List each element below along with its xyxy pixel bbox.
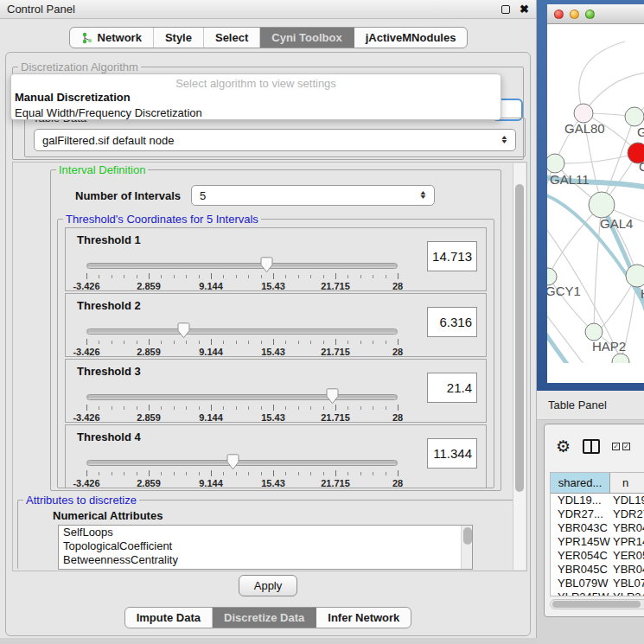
apply-button[interactable]: Apply [239, 575, 297, 596]
network-canvas[interactable]: GAL80GCGAL11GAL4GCY1HHAP2 [547, 24, 644, 363]
threshold-value-field[interactable]: 6.316 [427, 307, 477, 337]
tab-infer-network[interactable]: Infer Network [316, 608, 411, 628]
attributes-group: Attributes to discretize Numerical Attri… [17, 500, 515, 569]
slider-tick [348, 275, 348, 278]
slider-tick [285, 406, 286, 410]
slider-thumb[interactable] [177, 322, 190, 339]
threshold-slider[interactable]: -3.4262.8599.14415.4321.71528 [86, 391, 398, 422]
attribute-list-item[interactable]: BetweennessCentrality [59, 553, 472, 567]
scrollbar-thumb[interactable] [552, 601, 641, 608]
network-node-gcy1[interactable] [547, 268, 557, 285]
table-row[interactable]: YBL079WYBL079W [551, 577, 644, 590]
tab-discretize-data[interactable]: Discretize Data [213, 608, 316, 628]
network-node-gal11[interactable] [547, 154, 564, 173]
table-row[interactable]: YPR145WYPR145W [551, 535, 644, 549]
table-row[interactable]: YBR043CYBR043C [551, 521, 644, 535]
slider-tick [273, 273, 274, 279]
column-header-name[interactable]: n [610, 473, 644, 493]
network-node-gal80[interactable] [574, 104, 593, 123]
slider-track[interactable] [86, 328, 398, 335]
minimize-traffic-light-icon[interactable] [570, 10, 579, 19]
table-row[interactable]: YDR27...YDR27... [551, 507, 644, 521]
algorithm-dropdown-hint: Select algorithm to view settings [11, 74, 501, 90]
slider-thumb[interactable] [326, 388, 339, 405]
tab-jactivemnodules[interactable]: jActiveMNodules [354, 28, 468, 48]
slider-tick [398, 470, 399, 476]
close-icon[interactable]: ✖ [520, 3, 529, 15]
threshold-slider[interactable]: -3.4262.8599.14415.4321.71528 [86, 456, 398, 488]
slider-thumb[interactable] [260, 257, 273, 273]
network-edge [579, 41, 625, 113]
threshold-slider[interactable]: -3.4262.8599.14415.4321.71528 [86, 325, 398, 356]
threshold-label: Threshold 3 [77, 365, 141, 378]
network-node-h[interactable] [626, 265, 644, 287]
threshold-value-field[interactable]: 11.344 [427, 438, 477, 469]
tab-label: Impute Data [137, 611, 201, 624]
slider-tick [285, 275, 286, 278]
threshold-panel: Threshold 1-3.4262.8599.14415.4321.71528… [65, 227, 487, 291]
table-row[interactable]: YDL19...YDL19... [551, 494, 644, 507]
threshold-value-field[interactable]: 14.713 [427, 241, 477, 271]
table-data-combobox[interactable]: galFiltered.sif default node ▲▼ [34, 129, 516, 151]
slider-tick [86, 339, 87, 345]
right-side-area: GAL80GCGAL11GAL4GCY1HHAP2 Table Panel ⚙ … [537, 0, 644, 644]
slider-tick-label: 2.859 [137, 281, 161, 291]
tab-style[interactable]: Style [154, 28, 204, 48]
slider-track[interactable] [86, 460, 398, 466]
network-node-g[interactable] [625, 107, 644, 126]
tab-cyni-toolbox[interactable]: Cyni Toolbox [260, 28, 354, 48]
shared-name-cell: YLR345W [551, 590, 610, 596]
threshold-slider[interactable]: -3.4262.8599.14415.4321.71528 [86, 259, 398, 290]
table-row[interactable]: YER054CYER054C [551, 549, 644, 563]
table-browser-window: ⚙ ✓ ✓ shared... n YDL19...YDL19...YDR27.… [544, 424, 644, 617]
slider-tick [223, 472, 224, 475]
attribute-list-item[interactable]: SelfLoops [59, 526, 472, 539]
threshold-value-field[interactable]: 21.4 [427, 373, 477, 403]
table-row[interactable]: YLR345WYLR345W [551, 590, 644, 596]
column-layout-icon[interactable] [583, 439, 600, 454]
network-node-label: HAP2 [592, 339, 626, 354]
scrollbar-thumb[interactable] [463, 527, 472, 545]
slider-tick [273, 470, 274, 476]
tab-select[interactable]: Select [204, 28, 260, 48]
slider-tick [360, 275, 361, 278]
attributes-list-scrollbar[interactable] [461, 526, 472, 569]
slider-tick [112, 275, 112, 278]
threshold-label: Threshold 2 [77, 299, 141, 312]
scrollbar-thumb[interactable] [515, 184, 524, 492]
network-node[interactable] [612, 354, 629, 363]
slider-track[interactable] [86, 394, 398, 400]
slider-tick [199, 275, 200, 278]
close-traffic-light-icon[interactable] [554, 10, 564, 19]
slider-tick [161, 472, 162, 475]
node-table[interactable]: shared... n YDL19...YDL19...YDR27...YDR2… [550, 472, 644, 596]
gear-icon[interactable]: ⚙ [556, 438, 571, 455]
column-header-shared-name[interactable]: shared... [551, 473, 610, 493]
slider-thumb[interactable] [226, 454, 239, 470]
slider-tick-label: 2.859 [137, 347, 161, 357]
control-panel-window: Control Panel ✖ NetworkStyleSelectCyni T… [0, 0, 537, 638]
name-cell: YBR045C [610, 563, 644, 577]
slider-tick [310, 406, 311, 410]
network-node-hap2[interactable] [585, 323, 603, 341]
zoom-traffic-light-icon[interactable] [585, 10, 595, 19]
table-panel-title: Table Panel [548, 399, 607, 411]
algorithm-option[interactable]: Manual Discretization [11, 90, 501, 105]
tab-network[interactable]: Network [70, 28, 154, 48]
slider-tick [273, 405, 274, 411]
settings-vertical-scrollbar[interactable] [513, 163, 526, 570]
slider-track[interactable] [86, 263, 398, 269]
table-row[interactable]: YBR045CYBR045C [551, 563, 644, 577]
attribute-list-item[interactable]: TopologicalCoefficient [59, 539, 472, 553]
tab-impute-data[interactable]: Impute Data [125, 608, 213, 628]
shared-name-cell: YBL079W [551, 577, 610, 590]
algorithm-option[interactable]: Equal Width/Frequency Discretization [11, 105, 501, 120]
float-window-icon[interactable] [501, 5, 510, 14]
number-of-intervals-combobox[interactable]: 5 ▲▼ [191, 185, 435, 206]
numerical-attributes-list[interactable]: SelfLoopsTopologicalCoefficientBetweenne… [58, 525, 473, 570]
network-window-titlebar [547, 4, 644, 24]
slider-tick-label: 2.859 [137, 478, 161, 488]
select-columns-icon[interactable]: ✓ ✓ [612, 443, 630, 450]
table-horizontal-scrollbar[interactable] [550, 599, 644, 609]
network-node-gal4[interactable] [589, 192, 615, 218]
